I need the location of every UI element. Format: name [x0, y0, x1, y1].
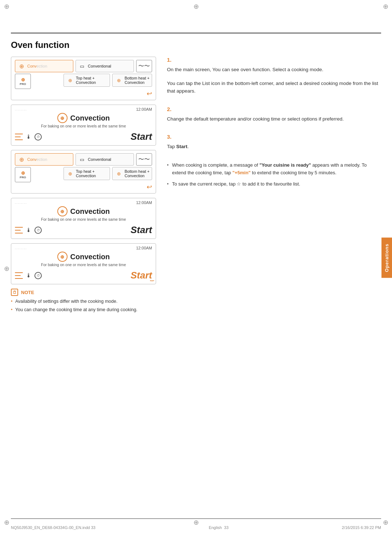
dots-line-1: ........	[15, 108, 27, 111]
left-column: ⊕ Convection ▭ Conventional 〜〜	[11, 57, 156, 315]
detail-controls-3: 🌡 ⏱ Start 〰	[15, 270, 152, 281]
back-icon: ↩	[147, 90, 152, 98]
bottom-heat-icon: ⊕	[115, 76, 123, 84]
pro-icon-2: ⊕	[21, 170, 25, 176]
language-label: English	[209, 525, 222, 530]
ctrl-left-1: 🌡 ⏱	[15, 133, 42, 141]
timer-icon-1: ⏱	[34, 133, 42, 141]
start-btn-tap-label: Start	[131, 270, 152, 281]
timer-icon-2: ⏱	[34, 227, 42, 234]
wavy-icon: 〜〜	[138, 62, 150, 70]
operations-side-tab: Operations	[381, 238, 392, 278]
step-1-number: 1.	[167, 57, 381, 63]
right-bullets: When cooking is complete, a message of "…	[167, 162, 381, 188]
note-label: NOTE	[21, 290, 34, 295]
bottom-heat-icon-2: ⊕	[115, 170, 123, 178]
main-content: Oven function ⊕ Convection ▭ Conventiona…	[11, 40, 381, 515]
page-number-label: English 33	[209, 525, 228, 530]
convection-subtitle-2: For baking on one or more levels at the …	[15, 217, 152, 221]
conventional-mode-btn-2[interactable]: ▭ Conventional	[75, 153, 134, 166]
mode-panel-2: ⊕ Convection ▭ Conventional 〜〜 ⊕ Top hea…	[11, 150, 156, 194]
convection-circle-icon-1: ⊕	[57, 113, 68, 123]
plus5min-text: "+5min"	[232, 170, 250, 175]
reg-mark-top-center: ⊕	[192, 3, 200, 10]
temp-icon-3: 🌡	[26, 272, 32, 279]
back-btn[interactable]: ↩	[15, 90, 152, 98]
conventional-icon: ▭	[78, 62, 86, 70]
conventional-icon-2: ▭	[78, 155, 86, 163]
pro-mode-btn-2[interactable]: ⊕ PRO	[15, 167, 31, 182]
convection-subtitle-1: For baking on one or more levels at the …	[15, 124, 152, 128]
note-title: 🗒 NOTE	[11, 289, 156, 296]
step-2-block: 2. Change the default temperature and/or…	[167, 106, 381, 123]
list-icon-1[interactable]	[15, 134, 23, 140]
top-heat-convection-btn-2[interactable]: ⊕ Top heat +Convection	[64, 167, 110, 180]
step-3-text: Tap Start.	[167, 143, 381, 151]
bottom-bar: NQ50J9530_EN_DE68-04334G-00_EN.indd 33 E…	[11, 525, 381, 530]
bottom-heat-convection-btn-2[interactable]: ⊕ Bottom heat +Convection	[112, 167, 152, 180]
conventional-mode-btn[interactable]: ▭ Conventional	[75, 60, 134, 72]
time-display-2: 12:00AM	[136, 200, 152, 205]
note-bullets: Availability of settings differ with the…	[11, 298, 156, 313]
back-btn-2[interactable]: ↩	[15, 183, 152, 191]
page-number: 33	[224, 525, 228, 530]
step-2-number: 2.	[167, 106, 381, 112]
page-title: Oven function	[11, 40, 381, 50]
reg-mark-top-right: ⊕	[382, 3, 389, 10]
mode-bottom-row: ⊕ Top heat +Convection ⊕ Bottom heat +Co…	[15, 74, 152, 89]
ctrl-left-2: 🌡 ⏱	[15, 227, 42, 234]
top-heat-convection-btn[interactable]: ⊕ Top heat +Convection	[64, 74, 110, 87]
convection-mode-btn[interactable]: ⊕ Convection	[15, 60, 73, 72]
pro-label-2: PRO	[20, 176, 26, 179]
note-icon: 🗒	[11, 289, 18, 296]
reg-mark-top-left: ⊕	[3, 3, 10, 10]
mode-bottom-row-2: ⊕ Top heat +Convection ⊕ Bottom heat +Co…	[15, 167, 152, 182]
time-display-1: 12:00AM	[136, 107, 152, 111]
start-btn-tap[interactable]: Start 〰	[131, 270, 152, 281]
note-section: 🗒 NOTE Availability of settings differ w…	[11, 289, 156, 313]
convection-circle-icon-2: ⊕	[57, 206, 68, 216]
step-1-num-text: 1.	[167, 57, 172, 63]
start-btn-1[interactable]: Start	[131, 131, 152, 142]
list-icon-2[interactable]	[15, 227, 23, 233]
date-info: 2/16/2015 6:39:22 PM	[342, 525, 381, 530]
convection-subtitle-3: For baking on one or more levels at the …	[15, 263, 152, 267]
time-display-3: 12:00AM	[136, 246, 152, 250]
convection-text-2: Convection	[70, 207, 110, 216]
reg-mark-bottom-left: ⊕	[3, 519, 10, 526]
wavy-icon-2: 〜〜	[138, 156, 150, 163]
pro-label: PRO	[20, 82, 26, 86]
reg-mark-bottom-center: ⊕	[192, 519, 200, 526]
step-3-num-text: 3.	[167, 134, 172, 140]
pro-icon: ⊕	[21, 77, 25, 82]
temp-icon-1: 🌡	[26, 134, 32, 140]
pro-mode-btn[interactable]: ⊕ PRO	[15, 74, 31, 89]
convection-label: Convection	[27, 64, 47, 68]
mode-panel-1: ⊕ Convection ▭ Conventional 〜〜	[11, 57, 156, 100]
start-bold: Start	[176, 144, 188, 149]
wavy-mode-btn-2[interactable]: 〜〜	[136, 153, 152, 166]
step-2-num-text: 2.	[167, 106, 172, 112]
list-icon-3[interactable]	[15, 272, 23, 279]
wavy-mode-btn[interactable]: 〜〜	[136, 60, 152, 72]
bottom-rule	[11, 518, 381, 519]
cuisine-ready-text: "Your cuisine is ready"	[260, 162, 311, 168]
convection-icon-2: ⊕	[17, 155, 25, 163]
two-column-layout: ⊕ Convection ▭ Conventional 〜〜	[11, 57, 381, 315]
top-heat-icon: ⊕	[66, 76, 74, 84]
convection-mode-btn-2[interactable]: ⊕ Convection	[15, 153, 73, 166]
bottom-heat-label-2: Bottom heat +Convection	[124, 169, 150, 178]
start-btn-2[interactable]: Start	[131, 224, 152, 236]
convection-title-2: ⊕ Convection	[15, 206, 152, 216]
detail-controls-2: 🌡 ⏱ Start	[15, 224, 152, 236]
note-bullet-1: Availability of settings differ with the…	[11, 298, 156, 305]
temp-icon-2: 🌡	[26, 227, 32, 233]
convection-text-3: Convection	[70, 253, 110, 261]
convection-icon: ⊕	[17, 62, 25, 70]
conventional-label: Conventional	[88, 64, 111, 68]
dots-line-3: ........	[15, 247, 27, 250]
detail-header-3: ........ 12:00AM	[15, 246, 152, 250]
bottom-heat-label: Bottom heat +Convection	[124, 76, 150, 85]
file-info: NQ50J9530_EN_DE68-04334G-00_EN.indd 33	[11, 525, 95, 530]
bottom-heat-convection-btn[interactable]: ⊕ Bottom heat +Convection	[112, 74, 152, 87]
